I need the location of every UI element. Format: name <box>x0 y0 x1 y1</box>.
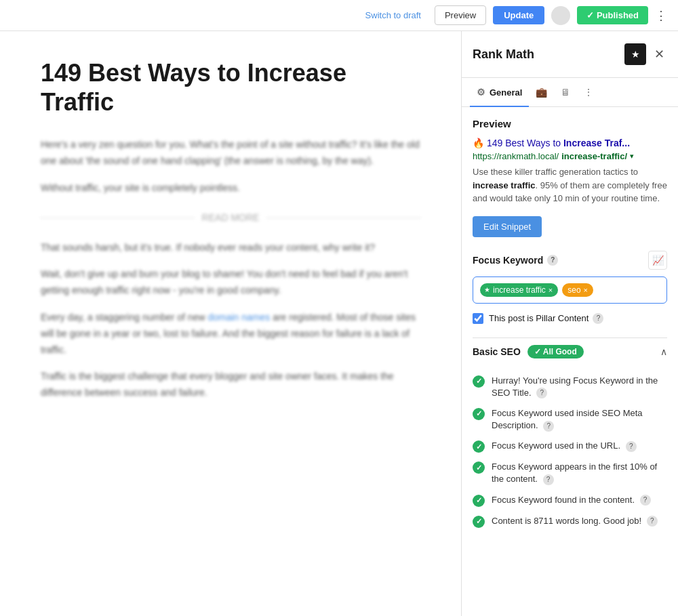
seo-check-help-5[interactable]: ? <box>640 495 651 506</box>
focus-keyword-help-icon[interactable]: ? <box>547 255 558 266</box>
keyword-tag-increase-traffic: ★ increase traffic × <box>480 283 558 297</box>
check-icon-2 <box>473 408 485 420</box>
seo-check-text-3: Focus Keyword used in the URL. ? <box>492 440 667 452</box>
switch-to-draft-button[interactable]: Switch to draft <box>359 6 428 24</box>
avatar-button[interactable] <box>551 6 570 25</box>
seo-check-text-6: Content is 8711 words long. Good job! ? <box>492 515 667 527</box>
paragraph-4: Wait, don't give up and burn your blog t… <box>41 266 420 299</box>
trend-button[interactable]: 📈 <box>648 251 667 270</box>
basic-seo-left: Basic SEO ✓ All Good <box>473 345 584 358</box>
sidebar-tabs: ⚙ General 💼 🖥 ⋮ <box>462 78 678 107</box>
preview-title: 🔥 149 Best Ways to Increase Traf... <box>473 138 667 148</box>
seo-check-2: Focus Keyword used inside SEO Meta Descr… <box>473 407 667 432</box>
preview-box: 🔥 149 Best Ways to Increase Traf... http… <box>473 138 667 205</box>
tab-advanced[interactable]: ⋮ <box>577 79 600 107</box>
seo-check-help-4[interactable]: ? <box>543 474 554 485</box>
schema-icon: 🖥 <box>561 87 570 98</box>
all-good-badge: ✓ All Good <box>527 345 584 358</box>
preview-description: Use these killer traffic generation tact… <box>473 165 667 205</box>
divider-right <box>267 218 420 218</box>
close-icon: ✕ <box>654 47 664 61</box>
url-chevron-icon: ▾ <box>630 152 634 161</box>
star-button[interactable]: ★ <box>624 43 646 65</box>
sidebar-header: Rank Math ★ ✕ <box>462 31 678 78</box>
fire-emoji: 🔥 <box>473 138 484 148</box>
domain-names-link[interactable]: domain names <box>207 312 270 323</box>
check-icon-5 <box>473 495 485 507</box>
tab-general-label: General <box>490 87 522 98</box>
advanced-icon: ⋮ <box>584 87 593 98</box>
editor-area: 149 Best Ways to Increase Traffic Here's… <box>0 31 461 616</box>
seo-check-help-6[interactable]: ? <box>647 516 658 527</box>
edit-snippet-button[interactable]: Edit Snippet <box>473 216 542 237</box>
preview-section-title: Preview <box>473 118 667 129</box>
gear-icon: ⚙ <box>477 87 485 98</box>
keyword-remove-2[interactable]: × <box>584 286 588 294</box>
editor-body[interactable]: Here's a very zen question for you. What… <box>41 137 420 401</box>
read-more-label: READ MORE <box>202 210 260 226</box>
seo-check-4: Focus Keyword appears in the first 10% o… <box>473 461 667 485</box>
url-prefix: https://rankmath.local/ <box>473 151 559 161</box>
update-button[interactable]: Update <box>493 6 544 24</box>
keyword-input-area[interactable]: ★ increase traffic × seo × <box>473 276 667 304</box>
tab-schema[interactable]: 🖥 <box>554 79 577 107</box>
seo-checks-list: Hurray! You're using Focus Keyword in th… <box>473 375 667 528</box>
seo-check-text-1: Hurray! You're using Focus Keyword in th… <box>492 375 667 399</box>
seo-check-text-2: Focus Keyword used inside SEO Meta Descr… <box>492 407 667 432</box>
close-sidebar-button[interactable]: ✕ <box>652 44 667 64</box>
keyword-remove-1[interactable]: × <box>549 286 553 294</box>
pillar-help-icon[interactable]: ? <box>593 313 603 324</box>
tab-social[interactable]: 💼 <box>529 79 554 107</box>
basic-seo-header[interactable]: Basic SEO ✓ All Good ∧ <box>473 337 667 365</box>
focus-keyword-label: Focus Keyword ? <box>473 255 558 266</box>
seo-check-help-1[interactable]: ? <box>536 388 547 398</box>
check-icon-3 <box>473 440 485 453</box>
tab-general[interactable]: ⚙ General <box>470 79 529 107</box>
url-bold: increase-traffic/ <box>561 151 627 161</box>
preview-url: https://rankmath.local/increase-traffic/… <box>473 151 667 161</box>
sidebar-header-icons: ★ ✕ <box>624 43 667 65</box>
seo-check-help-3[interactable]: ? <box>626 441 637 452</box>
seo-check-3: Focus Keyword used in the URL. ? <box>473 440 667 453</box>
collapse-icon: ∧ <box>660 346 667 357</box>
check-icon-1 <box>473 375 485 388</box>
seo-check-5: Focus Keyword found in the content. ? <box>473 494 667 507</box>
pillar-content-label: This post is Pillar Content ? <box>489 313 603 324</box>
check-icon-4 <box>473 461 485 474</box>
sidebar-content: Preview 🔥 149 Best Ways to Increase Traf… <box>462 107 678 547</box>
preview-title-bold: Increase Traf... <box>563 138 630 148</box>
keyword-text-1: increase traffic <box>493 285 546 295</box>
seo-check-text-4: Focus Keyword appears in the first 10% o… <box>492 461 667 485</box>
star-icon: ★ <box>631 49 640 60</box>
rank-math-sidebar: Rank Math ★ ✕ ⚙ General 💼 🖥 <box>461 31 678 616</box>
sidebar-title: Rank Math <box>473 47 534 62</box>
paragraph-1: Here's a very zen question for you. What… <box>41 137 420 169</box>
basic-seo-label: Basic SEO <box>473 346 521 357</box>
preview-button[interactable]: Preview <box>435 5 486 25</box>
paragraph-6: Traffic is the biggest challenge that ev… <box>41 369 420 401</box>
paragraph-5: Every day, a staggering number of new do… <box>41 310 420 358</box>
main-area: 149 Best Ways to Increase Traffic Here's… <box>0 31 678 616</box>
paragraph-3: That sounds harsh, but it's true. If nob… <box>41 240 420 256</box>
pillar-content-checkbox[interactable] <box>473 313 483 324</box>
seo-check-1: Hurray! You're using Focus Keyword in th… <box>473 375 667 399</box>
keyword-tag-seo: seo × <box>562 283 593 297</box>
focus-keyword-row: Focus Keyword ? 📈 <box>473 251 667 270</box>
trend-chart-icon: 📈 <box>652 255 664 266</box>
keyword-star-icon: ★ <box>484 286 490 293</box>
check-icon-6 <box>473 516 485 528</box>
divider-left <box>41 218 194 218</box>
read-more-divider: READ MORE <box>41 210 420 226</box>
seo-check-help-2[interactable]: ? <box>543 421 554 432</box>
more-options-button[interactable]: ⋮ <box>655 8 667 23</box>
briefcase-icon: 💼 <box>536 87 547 98</box>
seo-check-text-5: Focus Keyword found in the content. ? <box>492 494 667 506</box>
paragraph-2: Without traffic, your site is completely… <box>41 180 420 197</box>
keyword-text-2: seo <box>567 285 580 295</box>
seo-check-6: Content is 8711 words long. Good job! ? <box>473 515 667 528</box>
toolbar: Switch to draft Preview Update ✓ Publish… <box>0 0 678 31</box>
published-button[interactable]: ✓ Published <box>577 6 648 24</box>
post-title: 149 Best Ways to Increase Traffic <box>41 58 420 117</box>
pillar-content-row: This post is Pillar Content ? <box>473 313 667 324</box>
preview-title-text: 149 Best Ways to <box>487 138 563 148</box>
